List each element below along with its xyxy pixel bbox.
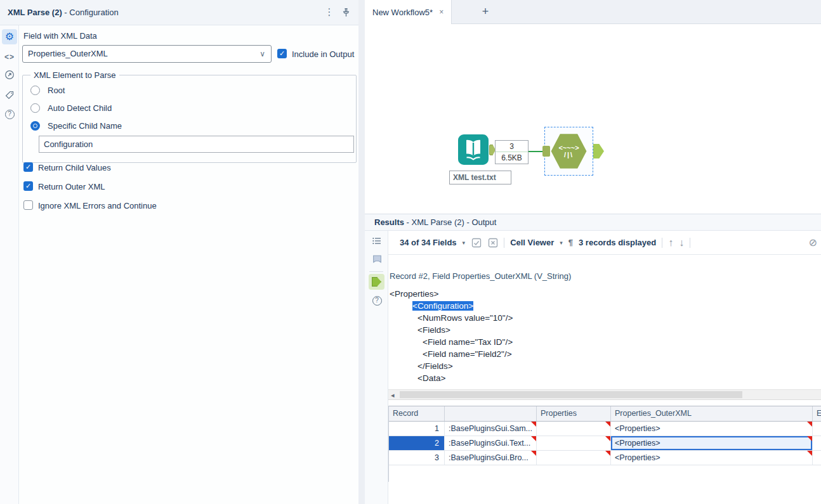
- table-cell[interactable]: <Properties>: [611, 436, 813, 450]
- input-tool-annotation[interactable]: XML test.txt: [449, 171, 511, 184]
- radio-root[interactable]: [30, 86, 40, 95]
- panel-splitter[interactable]: [358, 0, 365, 504]
- field-with-xml-data-label: Field with XML Data: [23, 31, 97, 41]
- table-cell[interactable]: [813, 422, 821, 436]
- data-preview-icon[interactable]: [371, 252, 383, 265]
- annotation-tag-icon[interactable]: [2, 87, 17, 103]
- table-cell[interactable]: <Properties>: [611, 451, 813, 465]
- radio-specific-child-name[interactable]: [30, 121, 40, 131]
- hscrollbar-thumb[interactable]: [400, 391, 742, 398]
- panel-menu-icon[interactable]: ⋮: [324, 6, 335, 19]
- close-tab-icon[interactable]: ×: [439, 8, 443, 16]
- connection-progress-badge[interactable]: 3 6.5KB: [495, 140, 529, 164]
- table-row[interactable]: 1:BasePluginsGui.Sam...<Properties>: [389, 422, 821, 436]
- configuration-panel-header: XML Parse (2) - Configuration ⋮: [0, 0, 358, 25]
- workflow-tab[interactable]: New Workflow5* ×: [365, 0, 452, 24]
- return-outer-xml-checkbox[interactable]: ✓: [23, 181, 33, 191]
- results-toolbar: 34 of 34 Fields ▾ Cell Viewer ▾ ¶ 3 reco…: [388, 231, 821, 255]
- tool-name: XML Parse (2): [8, 8, 62, 17]
- help-icon[interactable]: ?: [2, 107, 17, 122]
- table-cell[interactable]: 2: [389, 436, 445, 450]
- workflow-tab-bar: New Workflow5* × +: [365, 0, 821, 24]
- whitespace-toggle-icon[interactable]: ¶: [568, 238, 573, 247]
- truncation-flag-icon: [807, 422, 812, 427]
- cell-viewer-hscrollbar[interactable]: ◂: [388, 389, 821, 400]
- deselect-fields-icon[interactable]: [487, 237, 498, 248]
- workspace-region: New Workflow5* × + 3 6.5KB: [365, 0, 821, 504]
- xml-field-dropdown[interactable]: Properties_OuterXML ∨: [22, 45, 272, 63]
- cell-viewer-caret-icon[interactable]: ▾: [560, 240, 563, 246]
- xml-line: <Properties>: [390, 288, 820, 300]
- toolbar-divider: [690, 238, 690, 248]
- toolbar-divider: [504, 238, 504, 248]
- previous-record-icon[interactable]: ↑: [668, 238, 673, 248]
- xml-parse-output-anchor[interactable]: [593, 144, 604, 158]
- select-fields-icon[interactable]: [471, 237, 482, 248]
- truncation-flag-icon: [605, 436, 610, 441]
- configuration-content: Field with XML Data Properties_OuterXML …: [19, 25, 358, 479]
- xml-selected-text[interactable]: <Configuration>: [412, 301, 473, 311]
- alteryx-designer-window: XML Parse (2) - Configuration ⋮ ⚙ <> ? F…: [0, 0, 821, 504]
- fields-caret-icon[interactable]: ▾: [463, 240, 466, 246]
- output-anchor-button[interactable]: [369, 274, 384, 290]
- cell-viewer-button[interactable]: Cell Viewer: [510, 238, 554, 247]
- table-cell[interactable]: 3: [389, 451, 445, 465]
- scroll-left-icon[interactable]: ◂: [391, 391, 395, 400]
- configuration-gear-icon[interactable]: ⚙: [2, 29, 17, 44]
- grid-header-properties[interactable]: Properties: [537, 406, 611, 421]
- truncation-flag-icon: [807, 451, 812, 456]
- xml-viewer[interactable]: <Properties><Configuration><NumRows valu…: [390, 288, 820, 384]
- records-displayed-label: 3 records displayed: [579, 238, 656, 247]
- grid-header-e[interactable]: E: [813, 406, 821, 421]
- open-example-icon[interactable]: [2, 67, 17, 82]
- xml-view-icon[interactable]: <>: [2, 49, 17, 65]
- configuration-icon-strip: ⚙ <> ?: [0, 25, 19, 504]
- workflow-canvas[interactable]: 3 6.5KB <~~~> /|\ XML test.txt: [365, 24, 821, 238]
- results-help-icon[interactable]: ?: [371, 294, 383, 307]
- radio-auto-detect-child-label: Auto Detect Child: [48, 103, 112, 113]
- title-suffix: - Configuration: [62, 8, 119, 17]
- xml-parse-icon-bottom: /|\: [564, 152, 574, 158]
- configuration-panel: XML Parse (2) - Configuration ⋮ ⚙ <> ? F…: [0, 0, 358, 504]
- grid-header-record[interactable]: Record: [389, 406, 445, 421]
- table-cell[interactable]: [537, 436, 611, 450]
- new-tab-button[interactable]: +: [474, 0, 497, 24]
- input-data-tool[interactable]: [458, 134, 489, 165]
- table-cell[interactable]: <Properties>: [611, 422, 813, 436]
- table-row[interactable]: 2:BasePluginsGui.Text...<Properties>: [389, 436, 821, 451]
- pin-icon[interactable]: [341, 8, 351, 18]
- xml-parse-input-anchor[interactable]: [542, 146, 550, 157]
- table-cell[interactable]: [813, 436, 821, 450]
- results-help-glyph: ?: [372, 296, 382, 306]
- radio-auto-detect-child[interactable]: [30, 103, 40, 113]
- ignore-xml-errors-checkbox[interactable]: [23, 200, 33, 210]
- include-in-output-checkbox[interactable]: ✓: [277, 49, 287, 58]
- table-cell[interactable]: [537, 451, 611, 465]
- xml-line: <Configuration>: [390, 300, 820, 312]
- xml-line: <NumRows value="10"/>: [390, 312, 820, 324]
- specific-child-name-input[interactable]: [39, 136, 354, 153]
- radio-root-label: Root: [48, 86, 65, 95]
- fields-summary[interactable]: 34 of 34 Fields: [400, 238, 457, 247]
- truncation-flag-icon: [531, 451, 536, 456]
- next-record-icon[interactable]: ↓: [679, 238, 684, 248]
- connection-data-size: 6.5KB: [496, 152, 528, 164]
- metadata-list-icon[interactable]: [371, 235, 383, 247]
- table-cell[interactable]: :BasePluginsGui.Text...: [445, 436, 537, 450]
- grid-header-blank[interactable]: [445, 406, 537, 421]
- no-data-icon[interactable]: ⊘: [809, 238, 817, 248]
- table-cell[interactable]: [537, 422, 611, 436]
- table-cell[interactable]: 1: [389, 422, 445, 436]
- help-glyph: ?: [5, 110, 15, 119]
- table-row[interactable]: 3:BasePluginsGui.Bro...<Properties>: [389, 451, 821, 465]
- table-cell[interactable]: :BasePluginsGui.Bro...: [445, 451, 537, 465]
- table-cell[interactable]: :BasePluginsGui.Sam...: [445, 422, 537, 436]
- workflow-tab-label: New Workflow5*: [372, 8, 433, 17]
- xml-line: </Fields>: [390, 360, 820, 372]
- return-child-values-checkbox[interactable]: ✓: [23, 162, 33, 172]
- xml-line: <Field name="Tax ID"/>: [390, 336, 820, 348]
- table-cell[interactable]: [813, 451, 821, 465]
- chevron-down-icon[interactable]: ∨: [259, 46, 265, 62]
- grid-header-properties_outerxml[interactable]: Properties_OuterXML: [611, 406, 813, 421]
- cell-text: 3: [435, 453, 439, 462]
